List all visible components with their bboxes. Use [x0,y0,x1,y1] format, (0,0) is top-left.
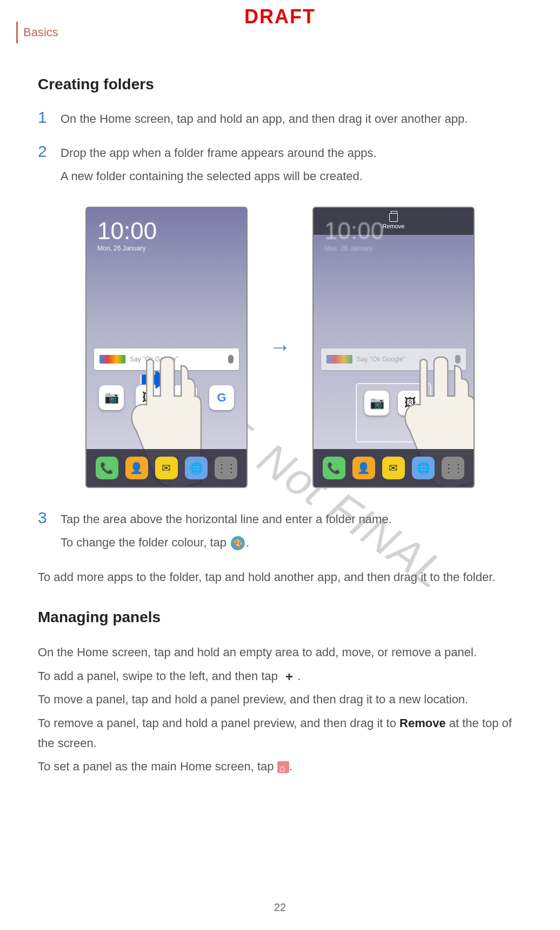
camera-app-icon [364,391,389,415]
dock-contacts-icon [352,457,375,479]
step-text: Tap the area above the horizontal line a… [61,510,392,529]
dock-messages-icon [382,457,405,479]
section1-footer: To add more apps to the folder, tap and … [38,567,522,587]
palette-icon [231,536,245,550]
draft-watermark-top: DRAFT [244,5,316,28]
heading-creating-folders: Creating folders [38,76,522,93]
dock-messages-icon [155,457,178,479]
phone-screenshot-before: 10:00 Mon, 26 January Say "Ok Google" [85,207,248,488]
step-2: 2 Drop the app when a folder frame appea… [38,143,522,190]
mic-icon [228,355,234,364]
step-number: 3 [38,510,51,526]
step-1: 1 On the Home screen, tap and hold an ap… [38,109,522,133]
dock-phone-icon [96,457,118,479]
home-icon [277,761,289,773]
illustration-row: 10:00 Mon, 26 January Say "Ok Google" [38,207,522,488]
phone-clock: 10:00 [97,217,236,245]
heading-managing-panels: Managing panels [38,609,522,626]
phone-clock: 10:00 [324,217,463,245]
dock-apps-icon [442,457,464,479]
managing-p2: To add a panel, swipe to the left, and t… [38,666,522,686]
manual-page: DRAFT Basics DRAFT, Not FINAL Creating f… [0,0,560,930]
phone-dock [314,449,474,487]
managing-p5: To set a panel as the main Home screen, … [38,756,522,776]
dock-internet-icon [185,457,208,479]
phone-date: Mon, 26 January [97,245,236,252]
phone-date: Mon, 26 January [324,245,463,252]
dock-contacts-icon [125,457,148,479]
dock-internet-icon [412,457,435,479]
dock-phone-icon [323,457,345,479]
phone-dock [86,449,246,487]
managing-p4: To remove a panel, tap and hold a panel … [38,713,522,754]
dock-apps-icon [215,457,237,479]
google-app-icon [209,385,234,410]
step-number: 2 [38,143,51,160]
step-3: 3 Tap the area above the horizontal line… [38,510,522,556]
step-number: 1 [38,109,51,126]
step-subtext: A new folder containing the selected app… [61,167,377,186]
google-logo-icon [326,355,352,364]
arrow-right-icon: → [269,335,291,359]
plus-icon [282,670,296,684]
step-text: On the Home screen, tap and hold an app,… [61,109,468,128]
page-number: 22 [274,901,286,914]
step-subtext: To change the folder colour, tap . [61,533,392,552]
phone-screenshot-after: Remove 10:00 Mon, 26 January Say "Ok Goo… [312,207,475,488]
step-text: Drop the app when a folder frame appears… [61,143,377,162]
managing-p1: On the Home screen, tap and hold an empt… [38,642,522,662]
section-header: Basics [16,22,58,43]
managing-p3: To move a panel, tap and hold a panel pr… [38,689,522,709]
